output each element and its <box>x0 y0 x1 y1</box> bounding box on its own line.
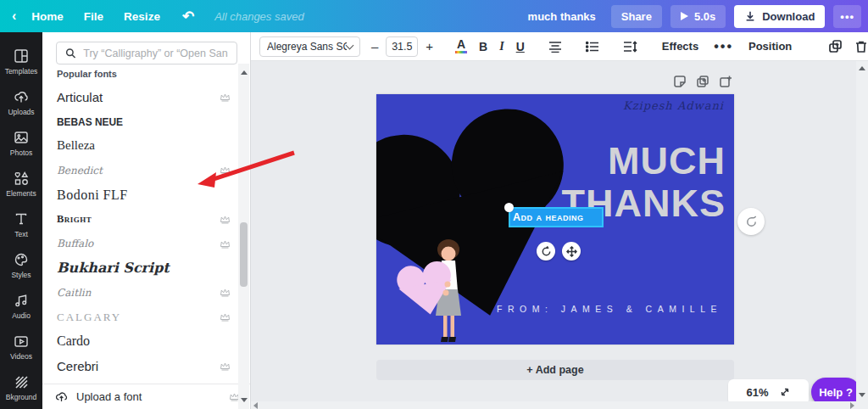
font-name: Caitlin <box>57 287 91 299</box>
scroll-up-arrow[interactable] <box>241 70 248 75</box>
scroll-up-arrow[interactable] <box>859 66 865 70</box>
workspace-horizontal-scrollbar[interactable] <box>251 401 868 409</box>
workspace-vertical-scrollbar[interactable] <box>856 61 868 409</box>
sidebar-item-text[interactable]: Text <box>0 204 42 244</box>
font-list-item[interactable]: Bukhari Script <box>42 256 239 281</box>
font-size-decrease-button[interactable]: – <box>367 39 382 53</box>
bold-button[interactable]: B <box>473 40 493 53</box>
italic-button[interactable]: I <box>493 40 509 53</box>
font-name: Cerebri <box>57 359 98 373</box>
move-element-button[interactable] <box>562 242 581 261</box>
font-list-item[interactable]: Buffalo <box>42 232 239 256</box>
sidebar-item-videos[interactable]: Videos <box>0 326 42 367</box>
object-panel-nav: Templates Uploads Photos Elements Text S… <box>0 32 42 409</box>
menu-file[interactable]: File <box>84 10 103 23</box>
scroll-right-arrow[interactable] <box>850 402 854 409</box>
font-list-item[interactable]: Cardo <box>42 329 239 354</box>
font-name: Bukhari Script <box>57 260 170 276</box>
upload-cloud-icon <box>13 88 30 105</box>
premium-crown-icon <box>220 165 231 175</box>
scroll-down-arrow[interactable] <box>859 393 865 397</box>
popular-fonts-label: Popular fonts <box>57 69 117 79</box>
woman-with-heart-illustration[interactable] <box>395 237 476 344</box>
font-family-dropdown[interactable]: Alegreya Sans SC... <box>259 36 360 57</box>
font-name: Articulat <box>57 90 103 104</box>
list-button[interactable] <box>580 41 605 53</box>
document-title[interactable]: much thanks <box>528 10 596 23</box>
back-chevron-icon[interactable]: ‹ <box>12 8 16 24</box>
sidebar-item-templates[interactable]: Templates <box>0 41 42 81</box>
font-list-item[interactable]: BEBAS NEUE <box>42 109 239 134</box>
fullscreen-expand-icon[interactable] <box>779 386 791 398</box>
rotate-element-button[interactable] <box>537 242 555 261</box>
sidebar-item-styles[interactable]: Styles <box>0 244 42 285</box>
position-button[interactable]: Position <box>742 40 798 53</box>
duplicate-button[interactable] <box>822 39 849 53</box>
sidebar-item-elements[interactable]: Elements <box>0 163 42 204</box>
duplicate-page-icon[interactable] <box>696 75 709 88</box>
delete-button[interactable] <box>849 40 868 53</box>
sidebar-item-audio[interactable]: Audio <box>0 285 42 326</box>
font-name: Bright <box>57 213 92 226</box>
design-workspace: Kzipesh Adwani MUCH THANKS Add a heading <box>251 61 868 409</box>
notes-icon[interactable] <box>673 75 687 88</box>
add-page-button[interactable]: + Add page <box>376 360 734 380</box>
font-size-value[interactable]: 31.5 <box>386 36 418 57</box>
font-list: Articulat BEBAS NEUEBellezaBenedict Bodo… <box>42 85 239 384</box>
sidebar-item-uploads[interactable]: Uploads <box>0 81 42 122</box>
toolbar-more-button[interactable]: ••• <box>705 39 742 54</box>
undo-icon[interactable]: ↶ <box>182 9 194 24</box>
font-list-item[interactable]: Cerebri <box>42 354 239 378</box>
photos-icon <box>13 129 30 146</box>
selected-text-box[interactable]: Add a heading <box>509 207 604 227</box>
font-panel-scrollbar[interactable] <box>238 64 249 409</box>
premium-crown-icon <box>220 312 231 322</box>
font-list-item[interactable]: Bright <box>42 207 239 232</box>
menu-resize[interactable]: Resize <box>124 10 160 23</box>
autosave-status: All changes saved <box>214 10 304 23</box>
premium-crown-icon <box>220 92 231 102</box>
sidebar-item-photos[interactable]: Photos <box>0 122 42 163</box>
rotate-icon <box>541 246 552 257</box>
signature-text[interactable]: Kzipesh Adwani <box>623 99 724 112</box>
text-color-button[interactable]: A <box>449 39 473 53</box>
menu-home[interactable]: Home <box>31 10 64 23</box>
premium-crown-icon <box>220 239 231 249</box>
scroll-thumb[interactable] <box>240 222 248 287</box>
present-button[interactable]: 5.0s <box>670 5 726 28</box>
rotate-page-button[interactable] <box>737 208 765 235</box>
font-list-item[interactable]: Bodoni FLF <box>42 182 239 207</box>
line-spacing-icon <box>623 41 637 53</box>
rainbow-color-bar <box>455 51 467 53</box>
premium-crown-icon <box>220 288 231 297</box>
sidebar-item-background[interactable]: Bkground <box>0 367 42 407</box>
share-button[interactable]: Share <box>611 5 662 28</box>
scroll-down-arrow[interactable] <box>241 398 248 402</box>
line-spacing-button[interactable] <box>617 41 643 53</box>
font-list-item[interactable]: Caitlin <box>42 280 239 305</box>
font-size-increase-button[interactable]: + <box>421 39 437 53</box>
background-stripes-icon <box>13 373 30 390</box>
font-list-item[interactable]: Benedict <box>42 158 239 182</box>
zoom-level[interactable]: 61% <box>746 386 768 399</box>
font-list-item[interactable]: Belleza <box>42 134 239 159</box>
scroll-left-arrow[interactable] <box>253 402 258 409</box>
download-icon <box>744 10 756 22</box>
add-page-icon[interactable] <box>719 75 732 88</box>
effects-button[interactable]: Effects <box>655 40 705 53</box>
font-list-item[interactable]: Articulat <box>42 85 239 109</box>
more-options-button[interactable]: ••• <box>833 5 861 28</box>
font-name: Benedict <box>57 165 103 176</box>
from-credit-text[interactable]: FROM: JAMES & CAMILLE <box>497 304 722 314</box>
upload-font-button[interactable]: Upload a font <box>42 384 250 409</box>
font-search-input[interactable]: Try “Calligraphy” or “Open Sans” <box>56 42 237 64</box>
underline-button[interactable]: U <box>510 40 531 53</box>
download-button[interactable]: Download <box>734 5 825 28</box>
font-list-item[interactable]: CALGARY <box>42 305 239 329</box>
search-icon <box>65 48 76 59</box>
selection-handle[interactable] <box>504 203 514 212</box>
design-page[interactable]: Kzipesh Adwani MUCH THANKS Add a heading <box>376 94 734 345</box>
audio-note-icon <box>13 292 30 309</box>
text-align-button[interactable] <box>542 41 568 53</box>
videos-icon <box>13 333 30 350</box>
